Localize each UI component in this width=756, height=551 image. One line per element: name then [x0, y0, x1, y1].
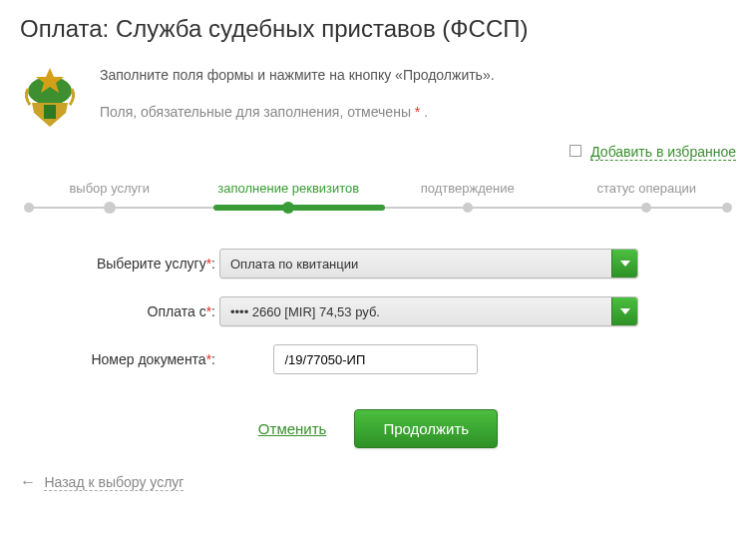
progress-start-dot	[24, 203, 34, 213]
page-title: Оплата: Служба судебных приставов (ФССП)	[20, 15, 736, 43]
step-status: статус операции	[558, 179, 737, 197]
header-text: Заполните поля формы и нажмите на кнопку…	[100, 63, 736, 133]
header-row: Заполните поля формы и нажмите на кнопку…	[20, 63, 736, 133]
continue-button[interactable]: Продолжить	[354, 409, 498, 448]
docnumber-input[interactable]	[273, 344, 478, 374]
service-select[interactable]: Оплата по квитанции	[219, 249, 638, 278]
step-select-service: выбор услуги	[20, 179, 199, 197]
progress-bar: выбор услуги заполнение реквизитов подтв…	[20, 179, 736, 219]
arrow-left-icon: ←	[20, 473, 36, 490]
svg-rect-1	[44, 105, 56, 119]
service-select-value: Оплата по квитанции	[230, 257, 358, 272]
cancel-button[interactable]: Отменить	[258, 420, 327, 437]
fssp-emblem	[20, 63, 80, 133]
payment-form: Выберите услугу*: Оплата по квитанции Оп…	[50, 249, 736, 374]
step-confirm: подтверждение	[378, 179, 558, 197]
add-favorite-link[interactable]: Добавить в избранное	[590, 143, 736, 161]
service-label: Выберите услугу*:	[50, 256, 219, 272]
required-note: Поля, обязательные для заполнения, отмеч…	[100, 100, 736, 125]
actions-row: Отменить Продолжить	[20, 409, 736, 448]
chevron-down-icon	[611, 297, 637, 325]
payfrom-select-value: •••• 2660 [MIR] 74,53 руб.	[230, 304, 380, 319]
docnumber-label: Номер документа*:	[50, 351, 219, 367]
progress-end-dot	[722, 203, 732, 213]
add-favorite-icon	[569, 143, 581, 161]
chevron-down-icon	[611, 250, 637, 277]
back-link[interactable]: Назад к выбору услуг	[44, 474, 184, 491]
step-fill-details: заполнение реквизитов	[199, 179, 379, 197]
payfrom-select[interactable]: •••• 2660 [MIR] 74,53 руб.	[219, 296, 638, 326]
instruction-text: Заполните поля формы и нажмите на кнопку…	[100, 63, 736, 88]
payfrom-label: Оплата с*:	[50, 303, 219, 319]
